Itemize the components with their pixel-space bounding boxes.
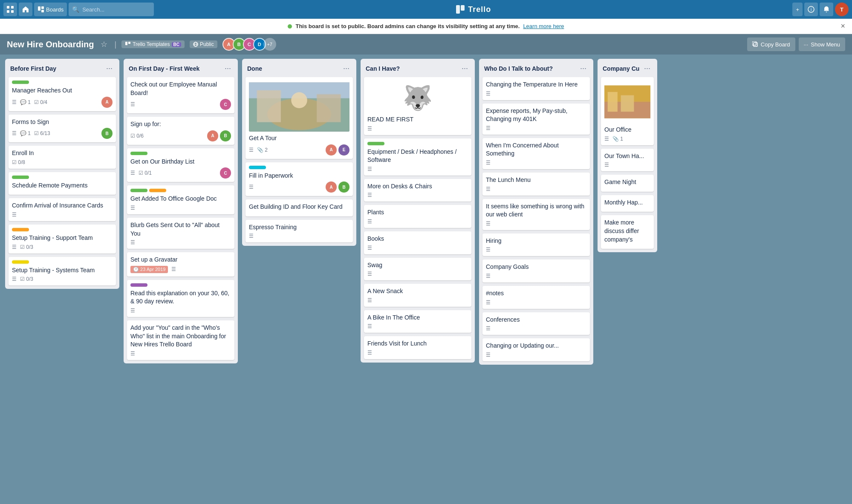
add-button[interactable]: + — [792, 3, 803, 16]
ellipsis-icon: ··· — [804, 41, 809, 48]
card-label-green — [130, 152, 147, 155]
boards-label: Boards — [46, 6, 64, 13]
description-icon: ☰ — [367, 350, 372, 356]
card-fill-paperwork[interactable]: Fill in Paperwork ☰ A B — [245, 162, 353, 196]
card-meta: ☰ — [367, 271, 468, 277]
member-count[interactable]: +7 — [263, 38, 276, 51]
card-changing-temp[interactable]: Changing the Temperature In Here ☰ — [482, 77, 590, 100]
card-confirm-arrival[interactable]: Confirm Arrival of Insurance Cards ☰ — [9, 198, 116, 221]
list-done: Done ··· Get A Tour ☰ — [242, 59, 356, 246]
card-notes[interactable]: #notes ☰ — [482, 286, 590, 309]
card-blurb-sent[interactable]: Blurb Gets Sent Out to "All" about You ☰ — [127, 218, 234, 249]
list-menu-company-cu[interactable]: ··· — [642, 63, 652, 74]
card-office-google-doc[interactable]: Get Added To Office Google Doc ☰ — [127, 185, 234, 214]
info-button[interactable]: i — [804, 3, 818, 16]
description-icon: ☰ — [486, 221, 491, 227]
grid-menu-button[interactable] — [3, 3, 17, 16]
board-header-actions: Copy Board ··· Show Menu — [747, 37, 845, 51]
list-can-i-have: Can I Have? ··· 🐺 READ ME FIRST ☰ Equipm… — [361, 59, 475, 363]
card-game-night[interactable]: Game Night — [601, 175, 654, 192]
card-more-desks-chairs[interactable]: More on Desks & Chairs ☰ — [364, 179, 471, 202]
list-company-cu: Company Cu ··· Our Office ☰ 📎 1 — [598, 59, 657, 252]
card-conferences[interactable]: Conferences ☰ — [482, 312, 590, 335]
visibility-tag[interactable]: Public — [190, 40, 217, 48]
trello-logo: Trello — [156, 4, 791, 14]
card-title: Enroll In — [12, 149, 113, 158]
card-meta: ☰ — [604, 162, 650, 168]
card-birthday-list[interactable]: Get on Our Birthday List ☰ ☑ 0/1 C — [127, 148, 234, 182]
card-books[interactable]: Books ☰ — [364, 231, 471, 254]
card-avatars: A B — [207, 130, 231, 141]
card-espresso[interactable]: Espresso Training ☰ — [245, 220, 353, 243]
user-avatar[interactable]: T — [835, 3, 849, 16]
list-menu-on-first-day[interactable]: ··· — [223, 63, 233, 74]
card-get-a-tour[interactable]: Get A Tour ☰ 📎 2 A E — [245, 77, 353, 159]
card-new-snack[interactable]: A New Snack ☰ — [364, 284, 471, 307]
nav-right: + i T — [792, 3, 849, 16]
card-gravatar[interactable]: Set up a Gravatar 🕐 23 Apr 2019 ☰ — [127, 252, 234, 276]
boards-button[interactable]: Boards — [34, 3, 67, 16]
card-setup-systems[interactable]: Setup Training - Systems Team ☰ ☑ 0/3 — [9, 257, 116, 286]
card-company-goals[interactable]: Company Goals ☰ — [482, 259, 590, 282]
copy-board-button[interactable]: Copy Board — [747, 37, 795, 51]
description-icon: ☰ — [367, 192, 372, 198]
list-header-on-first-day: On First Day - First Week ··· — [124, 59, 238, 77]
due-date-badge: 🕐 23 Apr 2019 — [130, 266, 168, 273]
card-changing-updating[interactable]: Changing or Updating our... ☰ — [482, 338, 590, 361]
card-building-id[interactable]: Get Building ID and Floor Key Card — [245, 199, 353, 216]
card-avatar-2: E — [338, 144, 349, 156]
description-icon: ☰ — [486, 247, 491, 253]
card-sign-up-for[interactable]: Sign up for: ☑ 0/6 A B — [127, 117, 234, 145]
card-who-card[interactable]: Add your "You" card in the "Who's Who" l… — [127, 320, 234, 360]
search-input[interactable] — [69, 3, 154, 16]
comments-count: 💬 1 — [20, 99, 31, 105]
banner-text: This board is set to public. Board admin… — [295, 23, 520, 29]
card-avatars: A B — [326, 181, 349, 193]
description-icon: ☰ — [130, 101, 135, 107]
card-expense-reports[interactable]: Expense reports, My Pay-stub, Changing m… — [482, 104, 590, 135]
card-web-client[interactable]: It seems like something is wrong with ou… — [482, 199, 590, 230]
card-schedule-remote[interactable]: Schedule Remote Payments — [9, 172, 116, 195]
card-meta: ☰ — [12, 212, 113, 218]
notification-button[interactable] — [820, 3, 833, 16]
card-equipment[interactable]: Equipment / Desk / Headphones / Software… — [364, 138, 471, 176]
card-monthly-hap[interactable]: Monthly Hap... — [601, 195, 654, 212]
workspace-tag[interactable]: Trello Templates BC — [121, 40, 185, 48]
card-concerned[interactable]: When I'm Concerned About Something ☰ — [482, 138, 590, 169]
card-meta: ☰ — [367, 297, 468, 303]
card-our-town-ha[interactable]: Our Town Ha... ☰ — [601, 149, 654, 172]
card-read-me-first[interactable]: 🐺 READ ME FIRST ☰ — [364, 77, 471, 135]
description-icon: ☰ — [367, 271, 372, 277]
card-lunch-menu[interactable]: The Lunch Menu ☰ — [482, 173, 590, 196]
member-avatars: A B C D +7 — [222, 38, 276, 51]
description-icon: ☰ — [249, 233, 254, 239]
list-header-can-i-have: Can I Have? ··· — [361, 59, 475, 77]
list-menu-done[interactable]: ··· — [341, 63, 351, 74]
list-title-can-i-have: Can I Have? — [366, 65, 460, 72]
card-plants[interactable]: Plants ☰ — [364, 205, 471, 228]
show-menu-button[interactable]: ··· Show Menu — [799, 37, 846, 51]
card-hiring[interactable]: Hiring ☰ — [482, 233, 590, 256]
card-swag[interactable]: Swag ☰ — [364, 258, 471, 281]
card-title: Hiring — [486, 237, 586, 245]
banner-close-button[interactable]: × — [840, 22, 845, 31]
card-employee-manual[interactable]: Check out our Employee Manual Board! ☰ C — [127, 77, 234, 113]
svg-rect-26 — [608, 92, 618, 112]
card-friends-lunch[interactable]: Friends Visit for Lunch ☰ — [364, 336, 471, 359]
card-enroll-in[interactable]: Enroll In ☑ 0/8 — [9, 146, 116, 169]
card-bike-office[interactable]: A Bike In The Office ☰ — [364, 310, 471, 333]
card-our-office[interactable]: Our Office ☰ 📎 1 — [601, 77, 654, 145]
home-button[interactable] — [19, 3, 32, 16]
attachments-count: 📎 1 — [612, 136, 623, 142]
star-button[interactable]: ☆ — [99, 39, 109, 50]
banner-learn-more[interactable]: Learn more here — [523, 23, 564, 29]
card-manager-reaches-out[interactable]: Manager Reaches Out ☰ 💬 1 ☑ 0/4 A — [9, 77, 116, 111]
card-setup-support[interactable]: Setup Training - Support Team ☰ ☑ 0/3 — [9, 225, 116, 253]
card-30-60-90[interactable]: Read this explanation on your 30, 60, & … — [127, 280, 234, 317]
card-meta: ☰ — [367, 192, 468, 198]
list-menu-before-first-day[interactable]: ··· — [104, 63, 114, 74]
card-forms-to-sign[interactable]: Forms to Sign ☰ 💬 1 ☑ 6/13 B — [9, 115, 116, 143]
list-menu-who-do-i-talk[interactable]: ··· — [578, 63, 588, 74]
card-make-more[interactable]: Make more discuss differ company's — [601, 215, 654, 249]
list-menu-can-i-have[interactable]: ··· — [460, 63, 470, 74]
